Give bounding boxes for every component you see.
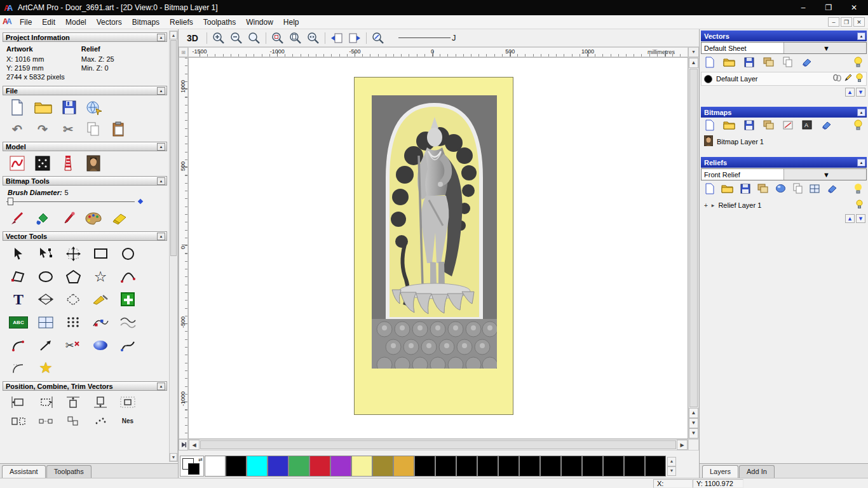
create-polygon-icon[interactable] bbox=[64, 268, 83, 285]
collapse-section-button[interactable]: ▲ bbox=[157, 383, 165, 390]
create-star-icon[interactable]: ☆ bbox=[91, 268, 110, 285]
palette-swatch-20[interactable] bbox=[624, 456, 645, 477]
load-bitmap-icon[interactable] bbox=[85, 154, 102, 172]
palette-swatch-16[interactable] bbox=[540, 456, 561, 477]
zoom-sheet-icon[interactable] bbox=[289, 32, 302, 44]
scrollbar-thumb[interactable] bbox=[170, 40, 177, 256]
copy-relief-icon[interactable] bbox=[793, 183, 803, 196]
menu-vectors[interactable]: Vectors bbox=[92, 16, 127, 29]
collapse-section-button[interactable]: ▲ bbox=[857, 32, 865, 40]
copy-layer-icon[interactable] bbox=[783, 57, 792, 70]
minimize-button[interactable]: – bbox=[790, 0, 816, 15]
zoom-previous-icon[interactable] bbox=[248, 32, 261, 44]
relief-selector-dropdown[interactable]: Front Relief ▼ bbox=[701, 168, 867, 180]
join-with-line-icon[interactable] bbox=[36, 336, 55, 354]
relief-layer-row[interactable]: + ▸ Relief Layer 1 bbox=[701, 198, 867, 212]
collapse-section-button[interactable]: ▲ bbox=[157, 87, 165, 95]
canvas-vertical-scrollbar[interactable]: ▲ ▲ ▼ ▼ bbox=[688, 57, 699, 439]
create-3d-blend-icon[interactable] bbox=[91, 336, 110, 354]
create-polyline-icon[interactable] bbox=[9, 268, 28, 285]
copy-icon[interactable] bbox=[85, 120, 102, 138]
redo-icon[interactable]: ↷ bbox=[34, 120, 51, 138]
palette-swatch-4[interactable] bbox=[288, 456, 309, 477]
mdi-close-button[interactable]: ✕ bbox=[853, 17, 865, 27]
greyscale-icon[interactable]: A bbox=[802, 120, 812, 132]
align-left-icon[interactable] bbox=[9, 393, 28, 411]
set-model-size-icon[interactable] bbox=[9, 154, 25, 172]
palette-swatch-3[interactable] bbox=[268, 456, 288, 477]
align-bottom-icon[interactable] bbox=[91, 393, 110, 411]
scroll-right-button[interactable]: ▶ bbox=[677, 440, 688, 450]
new-relief-layer-icon[interactable] bbox=[705, 183, 714, 197]
slider-handle[interactable] bbox=[8, 198, 13, 205]
fit-curve-icon[interactable] bbox=[118, 313, 137, 331]
move-layer-down-button[interactable]: ▼ bbox=[856, 214, 865, 223]
select-vectors-icon[interactable] bbox=[9, 245, 28, 262]
close-button[interactable]: ✕ bbox=[841, 0, 867, 15]
palette-swatch-5[interactable] bbox=[309, 456, 330, 477]
menu-reliefs[interactable]: Reliefs bbox=[165, 16, 198, 29]
palette-swatch-10[interactable] bbox=[414, 456, 435, 477]
create-text-icon[interactable]: T bbox=[9, 290, 28, 308]
relief-grid-icon[interactable] bbox=[810, 184, 820, 196]
pane-split-button[interactable] bbox=[179, 439, 188, 451]
bitmap-layer-row[interactable]: Bitmap Layer 1 bbox=[701, 135, 867, 149]
zoom-step-in-button[interactable]: ▲ bbox=[689, 408, 698, 418]
new-bitmap-layer-icon[interactable] bbox=[705, 119, 714, 133]
scroll-up-button[interactable]: ▲ bbox=[689, 58, 698, 68]
toggle-all-visibility-icon[interactable] bbox=[853, 119, 863, 133]
zoom-in-icon[interactable] bbox=[212, 32, 225, 44]
node-editing-icon[interactable] bbox=[36, 245, 55, 262]
mdi-minimize-button[interactable]: ‒ bbox=[828, 17, 839, 27]
scroll-up-button[interactable]: ▲ bbox=[170, 31, 177, 39]
palette-swatch-15[interactable] bbox=[519, 456, 540, 477]
edit-layer-icon[interactable] bbox=[844, 73, 853, 85]
open-relief-layer-icon[interactable] bbox=[721, 184, 733, 196]
scatter-dots-icon[interactable] bbox=[91, 412, 110, 429]
adjust-model-icon[interactable] bbox=[34, 154, 51, 172]
trim-vectors-icon[interactable]: ✂ bbox=[64, 336, 83, 354]
tab-toolpaths[interactable]: Toolpaths bbox=[46, 465, 92, 478]
nest-vectors-icon[interactable]: Nes bbox=[118, 412, 137, 429]
menu-bitmaps[interactable]: Bitmaps bbox=[127, 16, 165, 29]
align-right-icon[interactable] bbox=[36, 393, 55, 411]
palette-swatch-17[interactable] bbox=[561, 456, 582, 477]
center-vectors-icon[interactable] bbox=[118, 393, 137, 411]
paste-along-curve-icon[interactable] bbox=[91, 313, 110, 331]
new-model-icon[interactable] bbox=[9, 98, 25, 116]
sheet-selector-dropdown[interactable]: Default Sheet ▼ bbox=[701, 42, 867, 54]
palette-swatch-8[interactable] bbox=[372, 456, 393, 477]
move-layer-up-button[interactable]: ▲ bbox=[845, 88, 855, 97]
ruler-options-button[interactable]: ▼ bbox=[688, 47, 699, 57]
vector-layer-row[interactable]: Default Layer bbox=[701, 72, 867, 86]
merge-relief-layers-icon[interactable] bbox=[757, 184, 768, 196]
create-arc-icon[interactable] bbox=[118, 268, 137, 285]
toggle-all-visibility-icon[interactable] bbox=[853, 57, 863, 70]
undo-icon[interactable]: ↶ bbox=[9, 120, 25, 138]
save-relief-layer-icon[interactable] bbox=[740, 184, 750, 196]
primary-secondary-colour-indicator[interactable]: ⇄ bbox=[180, 456, 204, 477]
brush-diameter-slider[interactable] bbox=[6, 198, 135, 205]
palette-icon[interactable] bbox=[85, 210, 102, 227]
scrollbar-thumb[interactable] bbox=[689, 69, 698, 407]
delete-bitmap-layer-icon[interactable] bbox=[821, 121, 832, 132]
ruler-origin-box[interactable]: ⊞ bbox=[179, 47, 188, 57]
cut-icon[interactable]: ✂ bbox=[60, 120, 76, 138]
zoom-out-icon[interactable] bbox=[230, 32, 243, 44]
clear-bitmap-icon[interactable] bbox=[783, 121, 793, 132]
create-circle-icon[interactable] bbox=[118, 245, 137, 262]
paste-icon[interactable] bbox=[111, 120, 127, 138]
menu-help[interactable]: Help bbox=[278, 16, 304, 29]
distribute-vectors-icon[interactable] bbox=[36, 412, 55, 429]
zoom-step-out-button[interactable]: ▼ bbox=[689, 418, 698, 428]
merge-layers-icon[interactable] bbox=[763, 57, 774, 69]
menu-toolpaths[interactable]: Toolpaths bbox=[198, 16, 241, 29]
join-with-arc-icon[interactable] bbox=[9, 336, 28, 354]
delete-relief-layer-icon[interactable] bbox=[827, 184, 837, 196]
wrap-text-icon[interactable]: ABC bbox=[9, 316, 28, 329]
switch-3d-view-button[interactable]: 3D bbox=[184, 32, 201, 44]
toggle-all-visibility-icon[interactable] bbox=[853, 183, 863, 196]
eraser-icon[interactable] bbox=[111, 210, 127, 227]
vector-doctor-icon[interactable]: ★ bbox=[36, 359, 55, 377]
flood-fill-icon[interactable] bbox=[34, 210, 51, 227]
